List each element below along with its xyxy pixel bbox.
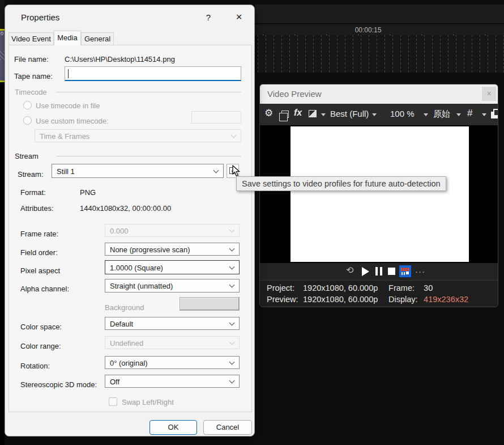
pause-icon[interactable] [375,267,382,276]
video-preview-window: Video Preview × ⚙ fx Best (Full) 100 % 原… [259,84,498,307]
timeline-time-label: 00:00:15 [334,26,402,34]
chevron-down-icon [229,378,235,383]
dialog-title: Properties [21,12,59,22]
help-icon[interactable]: ? [202,12,215,22]
chevron-down-icon [229,264,235,269]
chevron-down-icon[interactable] [456,113,461,116]
preview-value: 1920x1080, 60.000p [303,295,386,304]
overlay-mode-dropdown[interactable]: 原始 [433,109,450,120]
alpha-channel-dropdown[interactable]: Straight (unmatted) [105,279,240,293]
keyboard-scrub-toggle-active[interactable] [399,265,411,277]
more-options-icon[interactable]: ··· [415,266,425,276]
grid-overlay-icon[interactable]: # [467,108,472,119]
format-label: Format: [20,188,46,197]
video-preview-title: Video Preview [267,89,322,99]
color-range-dropdown[interactable]: Undefined [105,336,240,349]
stereoscopic-3d-mode-dropdown[interactable]: Off [105,375,240,388]
swap-left-right-checkbox[interactable] [109,397,117,406]
file-name-value: C:\Users\HP\Desktop\114514.png [65,55,175,63]
chevron-down-icon[interactable] [321,113,326,116]
video-preview-titlebar[interactable]: Video Preview × [260,84,498,104]
preview-settings-gear-icon[interactable]: ⚙ [264,107,273,119]
use-timecode-in-file-radio[interactable] [23,101,32,109]
track-highlight-line [0,80,5,82]
background-label: Background [105,303,144,312]
chevron-down-icon[interactable] [372,113,377,116]
project-label: Project: [267,283,301,293]
tab-general[interactable]: General [81,32,114,45]
pixel-aspect-dropdown[interactable]: 1.0000 (Square) [105,260,240,274]
chevron-down-icon [229,359,235,365]
stop-icon[interactable] [388,268,395,275]
pixel-aspect-label: Pixel aspect [20,266,60,275]
tooltip: Save settings to video profiles for futu… [236,176,446,191]
split-screen-icon[interactable] [309,110,317,117]
chevron-down-icon [213,167,219,173]
stream-group-label: Stream [15,152,39,160]
display-value: 419x236x32 [424,295,468,304]
external-monitor-icon[interactable] [491,112,498,118]
close-icon[interactable]: × [482,87,496,101]
preview-quality-dropdown[interactable]: Best (Full) [330,109,369,118]
chevron-down-icon [229,245,235,251]
preview-frame-image [291,126,469,262]
cancel-button[interactable]: Cancel [203,420,252,435]
close-icon[interactable]: × [232,11,246,23]
chevron-down-icon [229,320,235,325]
chevron-down-icon [229,282,235,288]
frame-value: 30 [424,283,433,293]
ok-button[interactable]: OK [150,420,197,435]
properties-dialog: Properties ? × Video Event Media General… [5,5,255,436]
mouse-cursor [232,165,241,179]
timeline-grid [258,35,504,73]
timecode-format-dropdown[interactable]: Time & Frames [35,129,241,142]
play-icon[interactable] [362,267,369,276]
transport-bar: ⟲ ··· [260,263,498,280]
text-caret [68,69,69,78]
swap-left-right-label: Swap Left/Right [122,398,174,406]
project-value: 1920x1080, 60.000p [303,283,386,293]
attributes-value: 1440x1080x32, 00:00:00.00 [80,204,171,213]
color-space-dropdown[interactable]: Default [105,317,240,330]
chevron-down-icon[interactable] [482,113,486,116]
field-order-label: Field order: [20,248,58,257]
tape-name-label: Tape name: [14,72,53,80]
chevron-down-icon [229,227,235,232]
copy-snapshot-icon[interactable] [281,111,289,118]
zoom-level-dropdown[interactable]: 100 % [390,109,415,118]
format-value: PNG [80,188,96,197]
attributes-label: Attributes: [20,204,54,213]
chevron-down-icon [231,132,237,138]
rotation-label: Rotation: [20,362,50,370]
rotation-dropdown[interactable]: 0° (original) [105,356,240,369]
tab-video-event[interactable]: Video Event [8,32,54,45]
custom-timecode-input[interactable] [191,111,241,124]
use-custom-timecode-label: Use custom timecode: [36,117,109,125]
timeline-panel: 00:00:15 [255,0,504,84]
preview-canvas [260,125,498,263]
background-color-button[interactable] [180,297,240,311]
timeline-marker-bar[interactable] [255,5,504,24]
field-order-dropdown[interactable]: None (progressive scan) [105,243,240,256]
tab-media[interactable]: Media [54,31,81,45]
timecode-group-label: Timecode [15,88,47,96]
alpha-channel-label: Alpha channel: [20,285,69,293]
chevron-down-icon [229,339,235,345]
chevron-down-icon[interactable] [424,113,428,116]
preview-label: Preview: [267,295,301,304]
preview-status-bar: Project: 1920x1080, 60.000p Frame: 30 Pr… [260,280,498,307]
frame-rate-dropdown[interactable]: 0.000 [105,224,240,237]
stream-dropdown[interactable]: Still 1 [52,164,224,178]
color-range-label: Color range: [20,342,61,350]
tape-name-input[interactable] [65,66,241,81]
track-area-edge: 0 [0,0,5,445]
stream-label: Stream: [18,170,44,179]
use-custom-timecode-radio[interactable] [23,116,32,125]
frame-rate-label: Frame rate: [20,230,58,238]
stereoscopic-3d-mode-label: Stereoscopic 3D mode: [20,380,97,389]
file-name-label: File name: [14,55,49,63]
loop-playback-icon[interactable]: ⟲ [346,265,353,276]
video-fx-icon[interactable]: fx [294,108,302,118]
display-label: Display: [388,295,421,304]
color-space-label: Color space: [20,323,62,331]
